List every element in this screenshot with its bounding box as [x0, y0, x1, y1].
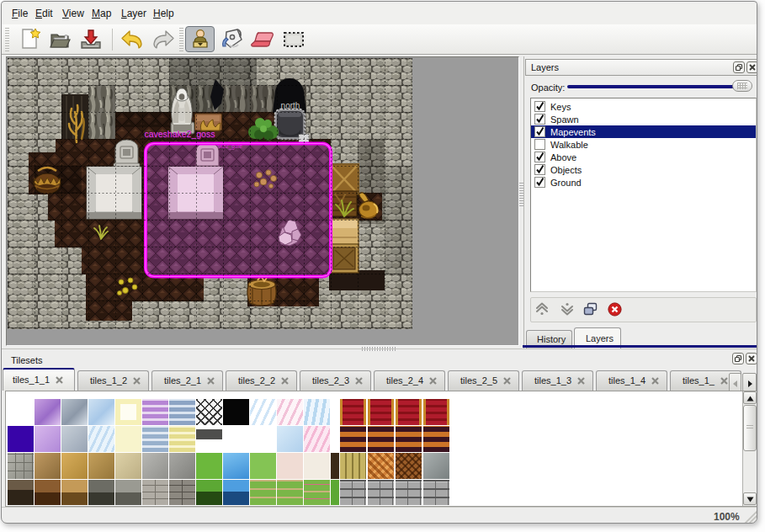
svg-text:north: north: [281, 101, 300, 110]
svg-text:caveshake2_goss: caveshake2_goss: [144, 129, 215, 139]
